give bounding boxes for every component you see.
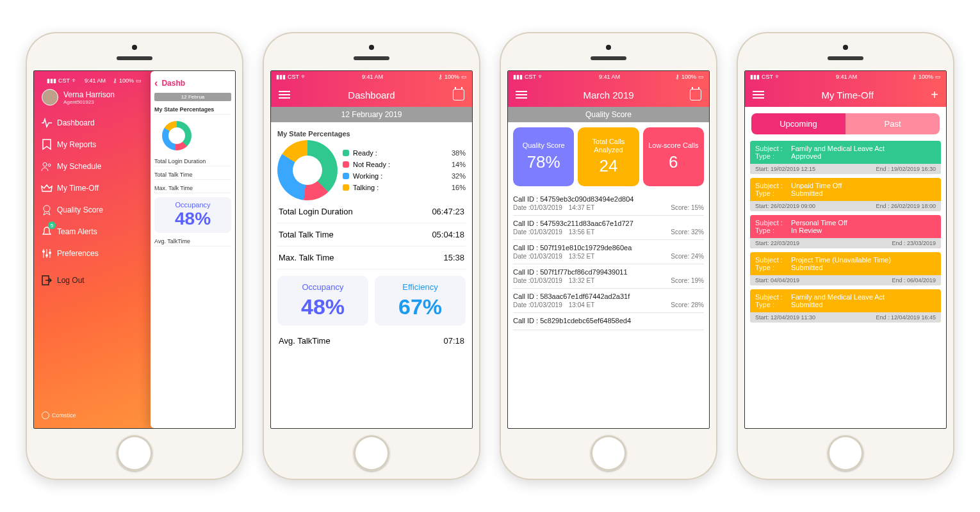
stat-row: Max. Talk Time15:38	[277, 246, 466, 269]
sidebar-item-dashboard[interactable]: Dashboard	[42, 115, 147, 131]
tab-past[interactable]: Past	[845, 113, 940, 134]
bluetooth-icon: ⚷	[912, 74, 917, 80]
phone-1: ▮▮▮CSTᯤ 9:41 AM ⚷100%▭ Verna Harrison Ag…	[26, 32, 243, 480]
back-icon[interactable]: ‹	[154, 77, 158, 89]
menu-label: Preferences	[57, 249, 99, 258]
quality-screen: ▮▮▮CSTᯤ 9:41 AM ⚷100%▭ March 2019 Qualit…	[507, 70, 710, 429]
request-card[interactable]: Subject :Unpaid Time OffType :SubmittedS…	[750, 178, 941, 211]
wifi-icon: ᯤ	[72, 77, 78, 84]
avg-talktime: Avg. TalkTime	[154, 237, 231, 246]
sidebar-item-log-out[interactable]: Log Out	[42, 272, 147, 289]
bluetooth-icon: ⚷	[675, 74, 680, 80]
clock: 9:41 AM	[362, 74, 383, 80]
legend-item: Talking :16%	[343, 184, 466, 191]
menu-label: My Reports	[57, 140, 96, 149]
call-row[interactable]: Call ID : 583aac67e1df67442ad2a31fDate :…	[513, 289, 704, 313]
request-card[interactable]: Subject :Family and Medical Leave ActTyp…	[750, 289, 941, 323]
tab-upcoming[interactable]: Upcoming	[751, 113, 845, 134]
stat-label: Total Login Duration	[154, 157, 231, 166]
bluetooth-icon: ⚷	[438, 74, 443, 80]
kpi-value: 48%	[281, 294, 364, 319]
calendar-icon[interactable]	[453, 89, 464, 100]
page-title: March 2019	[583, 90, 633, 100]
call-row[interactable]: Call ID : 507f191e810c19729de860eaDate :…	[513, 240, 704, 264]
phone-3: ▮▮▮CSTᯤ 9:41 AM ⚷100%▭ March 2019 Qualit…	[500, 32, 717, 480]
badge: 5	[48, 221, 56, 229]
request-list: Subject :Family and Medical Leave ActTyp…	[745, 141, 946, 323]
menu-label: My Schedule	[57, 162, 101, 171]
battery-icon: ▭	[698, 74, 704, 80]
sidebar-item-quality-score[interactable]: Quality Score	[42, 202, 147, 218]
phone-2: ▮▮▮CSTᯤ 9:41 AM ⚷100%▭ Dashboard 12 Febr…	[263, 32, 480, 480]
kpi-label: Efficiency	[379, 282, 462, 292]
menu-icon[interactable]	[279, 91, 290, 99]
menu-icon[interactable]	[516, 91, 527, 99]
call-row[interactable]: Call ID : 547593c211d83aac67e1d727Date :…	[513, 216, 704, 240]
signal-icon: ▮▮▮	[47, 77, 56, 84]
add-icon[interactable]: +	[931, 88, 938, 101]
card-low-score[interactable]: Low-score Calls6	[643, 127, 704, 186]
home-button[interactable]	[117, 435, 152, 471]
request-card[interactable]: Subject :Family and Medical Leave ActTyp…	[750, 141, 941, 174]
sidebar-item-preferences[interactable]: Preferences	[42, 245, 147, 262]
crown-icon	[42, 183, 52, 193]
brand: Comstice	[42, 412, 147, 424]
donut-chart	[277, 140, 338, 200]
status-bar: ▮▮▮CSTᯤ 9:41 AM ⚷100%▭	[42, 75, 147, 86]
segmented-control: Upcoming Past	[751, 113, 940, 134]
svg-point-6	[42, 250, 45, 253]
menu-label: Dashboard	[57, 118, 95, 127]
status-bar: ▮▮▮CSTᯤ 9:41 AM ⚷100%▭	[271, 71, 472, 83]
sidebar-item-my-reports[interactable]: My Reports	[42, 136, 147, 153]
section-title: My State Percentages	[277, 130, 466, 138]
sidebar-item-my-schedule[interactable]: My Schedule	[42, 158, 147, 175]
phone-4: ▮▮▮CSTᯤ 9:41 AM ⚷100%▭ My Time-Off + Upc…	[737, 32, 954, 480]
stat-row: Total Talk Time05:04:18	[277, 223, 466, 246]
card-quality-score[interactable]: Quality Score78%	[513, 127, 574, 186]
menu-label: Quality Score	[57, 205, 103, 214]
calendar-icon[interactable]	[690, 89, 701, 100]
battery-icon: ▭	[136, 77, 142, 84]
kpi-value: 67%	[379, 294, 462, 319]
menu-label: Log Out	[57, 276, 85, 285]
menu-label: Team Alerts	[57, 227, 97, 236]
avg-label: Avg. TalkTime	[279, 336, 331, 346]
timeoff-screen: ▮▮▮CSTᯤ 9:41 AM ⚷100%▭ My Time-Off + Upc…	[744, 70, 947, 429]
home-button[interactable]	[591, 435, 626, 471]
home-button[interactable]	[354, 435, 389, 471]
status-bar: ▮▮▮CSTᯤ 9:41 AM ⚷100%▭	[508, 71, 709, 83]
call-row[interactable]: Call ID : 54759eb3c090d83494e2d804Date :…	[513, 191, 704, 216]
kpi-value: 48%	[157, 209, 229, 229]
profile[interactable]: Verna Harrison Agent501923	[42, 89, 147, 106]
page-title: My Time-Off	[821, 90, 873, 100]
stat-row: Total Login Duration06:47:23	[277, 200, 466, 223]
home-button[interactable]	[828, 435, 863, 471]
call-row[interactable]: Call ID : 507f1f77bcf86cd799439011Date :…	[513, 264, 704, 289]
call-row[interactable]: Call ID : 5c829b1cdebc65ef64858ed4	[513, 313, 704, 330]
bluetooth-icon: ⚷	[113, 77, 117, 84]
battery: 100%	[119, 77, 134, 84]
legend-item: Working :32%	[343, 172, 466, 180]
avg-value: 07:18	[443, 336, 464, 346]
svg-point-2	[44, 205, 50, 212]
sidebar-item-team-alerts[interactable]: Team Alerts5	[42, 223, 147, 240]
kpi-efficiency: Efficiency 67%	[375, 276, 466, 326]
request-card[interactable]: Subject :Personal Time OffType :In Revie…	[750, 215, 941, 248]
request-card[interactable]: Subject :Project Time (Unavailable Time)…	[750, 252, 941, 285]
card-total-calls[interactable]: Total Calls Analyzed24	[578, 127, 639, 186]
dashboard-peek[interactable]: ‹Dashb 12 Februa My State Percentages To…	[151, 71, 235, 428]
sidebar-item-my-time-off[interactable]: My Time-Off	[42, 180, 147, 196]
menu-list: DashboardMy ReportsMy ScheduleMy Time-Of…	[42, 115, 147, 289]
kpi-label: Occupancy	[281, 282, 364, 292]
user-name: Verna Harrison	[63, 90, 115, 99]
menu-icon[interactable]	[753, 91, 764, 99]
clock: 9:41 AM	[836, 74, 857, 80]
people-icon	[42, 161, 52, 172]
user-id: Agent501923	[63, 99, 115, 105]
bookmark-icon	[42, 140, 52, 150]
clock: 9:41 AM	[85, 77, 106, 84]
subtitle: Quality Score	[508, 107, 709, 122]
kpi-occupancy: Occupancy 48%	[154, 197, 231, 233]
rosette-icon	[42, 205, 52, 215]
signal-icon: ▮▮▮	[750, 74, 760, 80]
